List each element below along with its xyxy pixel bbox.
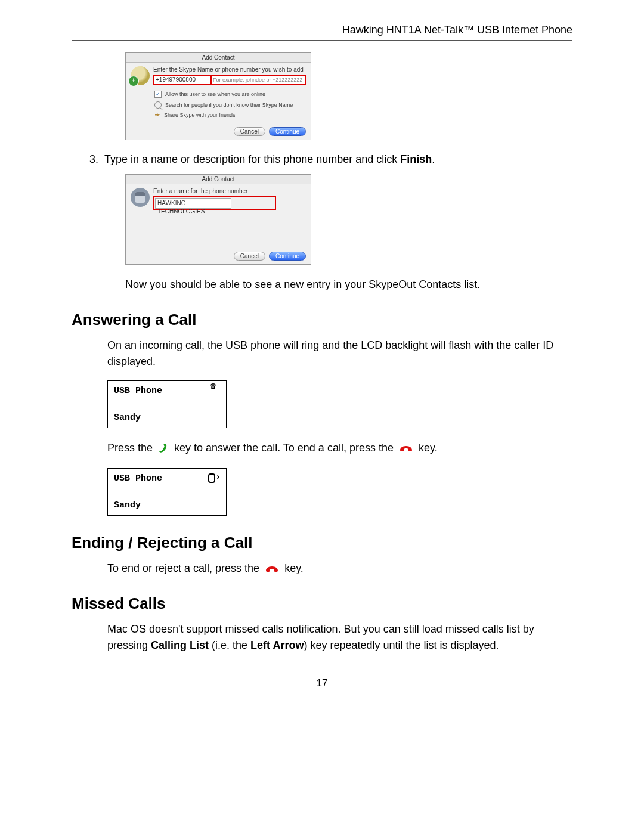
- cancel-button-2[interactable]: Cancel: [234, 252, 265, 261]
- example-hint: For example: johndoe or +212222222: [210, 75, 306, 85]
- hangup-key-icon: [399, 444, 413, 453]
- ringer-icon: [210, 386, 220, 394]
- add-user-icon: [131, 66, 150, 85]
- answering-call-heading: Answering a Call: [72, 311, 572, 329]
- cancel-button[interactable]: Cancel: [234, 127, 265, 136]
- page-number: 17: [72, 677, 572, 689]
- add-contact-dialog-2: Add Contact Enter a name for the phone n…: [125, 174, 311, 265]
- skype-name-input[interactable]: +19497900800: [153, 75, 212, 85]
- step-number: 3.: [89, 152, 98, 167]
- hangup-key-icon-2: [265, 565, 279, 573]
- phone-contact-icon: [131, 188, 150, 207]
- answer-key-icon: [158, 443, 169, 454]
- contact-name-input[interactable]: HAWKING TECHNOLOGIES: [155, 198, 231, 209]
- dialog2-title: Add Contact: [126, 175, 311, 184]
- allow-checkbox[interactable]: ✓: [154, 91, 162, 98]
- share-icon: [154, 112, 160, 118]
- answering-call-p1: On an incoming call, the USB phone will …: [72, 337, 572, 370]
- lcd-incoming: USB Phone Sandy: [107, 380, 227, 428]
- dialog2-prompt: Enter a name for the phone number: [153, 188, 306, 194]
- lcd1-line1: USB Phone: [114, 386, 162, 396]
- ending-call-heading: Ending / Rejecting a Call: [72, 534, 572, 552]
- step-3-text: Type in a name or description for this p…: [104, 152, 435, 167]
- continue-button-2[interactable]: Continue: [269, 252, 306, 261]
- lcd1-line2: Sandy: [114, 413, 220, 423]
- header-title: Hawking HNT1A Net-Talk™ USB Internet Pho…: [342, 24, 572, 36]
- dialog1-prompt: Enter the Skype Name or phone number you…: [153, 66, 306, 73]
- dialog1-title: Add Contact: [126, 53, 311, 63]
- ending-call-text: To end or reject a call, press the key.: [72, 561, 572, 577]
- search-people-link[interactable]: Search for people if you don't know thei…: [165, 102, 293, 108]
- share-skype-link[interactable]: Share Skype with your friends: [164, 112, 236, 118]
- lcd-in-call: USB Phone Sandy: [107, 468, 227, 516]
- missed-calls-text: Mac OS doesn't support missed calls noti…: [72, 621, 572, 654]
- lcd2-line1: USB Phone: [114, 473, 162, 484]
- missed-calls-heading: Missed Calls: [72, 594, 572, 613]
- page-header: Hawking HNT1A Net-Talk™ USB Internet Pho…: [72, 24, 572, 41]
- after-dialogs-text: Now you should be able to see a new entr…: [72, 277, 572, 293]
- answer-key-text: Press the key to answer the call. To end…: [72, 440, 572, 456]
- lcd2-line2: Sandy: [114, 500, 220, 510]
- add-contact-dialog-1: Add Contact Enter the Skype Name or phon…: [125, 52, 311, 140]
- continue-button[interactable]: Continue: [269, 127, 306, 136]
- allow-label: Allow this user to see when you are onli…: [165, 91, 265, 97]
- search-icon: [154, 101, 162, 109]
- active-call-icon: [208, 473, 220, 483]
- step-3: 3. Type in a name or description for thi…: [72, 152, 572, 167]
